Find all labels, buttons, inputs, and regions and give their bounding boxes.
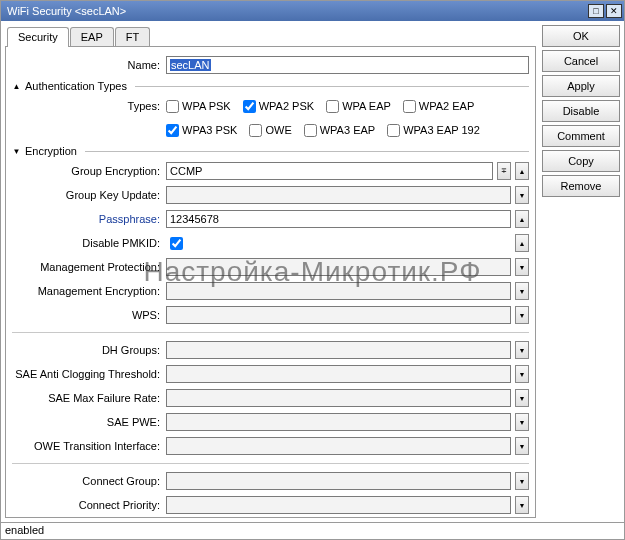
tab-ft[interactable]: FT [115, 27, 150, 46]
disable-button[interactable]: Disable [542, 100, 620, 122]
mgmt-encryption-input[interactable] [166, 282, 511, 300]
type-wpa2-eap[interactable]: WPA2 EAP [403, 96, 474, 116]
encryption-section: ▼ Encryption [12, 145, 529, 157]
tabs: Security EAP FT [5, 25, 536, 47]
connect-group-label: Connect Group: [12, 475, 162, 487]
collapse-icon[interactable]: ▼ [12, 147, 21, 156]
collapse-up-icon[interactable]: ▲ [515, 234, 529, 252]
cancel-button[interactable]: Cancel [542, 50, 620, 72]
status-bar: enabled [1, 522, 624, 539]
close-button[interactable]: ✕ [606, 4, 622, 18]
type-wpa3-psk[interactable]: WPA3 PSK [166, 120, 237, 140]
mgmt-protection-label: Management Protection: [12, 261, 162, 273]
titlebar: WiFi Security <secLAN> □ ✕ [1, 1, 624, 21]
expand-down-icon[interactable]: ▼ [515, 389, 529, 407]
window-title: WiFi Security <secLAN> [7, 5, 586, 17]
group-encryption-input[interactable] [166, 162, 493, 180]
wps-input[interactable] [166, 306, 511, 324]
wps-label: WPS: [12, 309, 162, 321]
sae-anti-input[interactable] [166, 365, 511, 383]
passphrase-input[interactable] [166, 210, 511, 228]
expand-down-icon[interactable]: ▼ [515, 186, 529, 204]
sae-pwe-label: SAE PWE: [12, 416, 162, 428]
name-input[interactable]: secLAN [166, 56, 529, 74]
group-key-update-label: Group Key Update: [12, 189, 162, 201]
group-encryption-label: Group Encryption: [12, 165, 162, 177]
sae-max-fail-label: SAE Max Failure Rate: [12, 392, 162, 404]
owe-transition-input[interactable] [166, 437, 511, 455]
types-label: Types: [12, 100, 162, 112]
collapse-up-icon[interactable]: ▲ [515, 162, 529, 180]
group-key-update-input[interactable] [166, 186, 511, 204]
type-wpa-psk[interactable]: WPA PSK [166, 96, 231, 116]
sae-anti-label: SAE Anti Clogging Threshold: [12, 368, 162, 380]
connect-priority-label: Connect Priority: [12, 499, 162, 511]
collapse-icon[interactable]: ▲ [12, 82, 21, 91]
passphrase-label: Passphrase: [12, 213, 162, 225]
copy-button[interactable]: Copy [542, 150, 620, 172]
expand-down-icon[interactable]: ▼ [515, 258, 529, 276]
type-wpa3-eap[interactable]: WPA3 EAP [304, 120, 375, 140]
type-wpa-eap[interactable]: WPA EAP [326, 96, 391, 116]
action-buttons: OK Cancel Apply Disable Comment Copy Rem… [542, 25, 620, 518]
owe-transition-label: OWE Transition Interface: [12, 440, 162, 452]
auth-types-section: ▲ Authentication Types [12, 80, 529, 92]
expand-down-icon[interactable]: ▼ [515, 413, 529, 431]
dh-groups-label: DH Groups: [12, 344, 162, 356]
expand-down-icon[interactable]: ▼ [515, 365, 529, 383]
type-wpa2-psk[interactable]: WPA2 PSK [243, 96, 314, 116]
collapse-up-icon[interactable]: ▲ [515, 210, 529, 228]
status-text: enabled [5, 524, 44, 536]
type-wpa3-eap192[interactable]: WPA3 EAP 192 [387, 120, 480, 140]
disable-pmkid-checkbox[interactable] [170, 237, 183, 250]
expand-down-icon[interactable]: ▼ [515, 496, 529, 514]
tab-security[interactable]: Security [7, 27, 69, 47]
sae-pwe-input[interactable] [166, 413, 511, 431]
dropdown-icon[interactable]: ∓ [497, 162, 511, 180]
connect-priority-input[interactable] [166, 496, 511, 514]
expand-down-icon[interactable]: ▼ [515, 341, 529, 359]
mgmt-protection-input[interactable] [166, 258, 511, 276]
apply-button[interactable]: Apply [542, 75, 620, 97]
unpin-button[interactable]: □ [588, 4, 604, 18]
connect-group-input[interactable] [166, 472, 511, 490]
remove-button[interactable]: Remove [542, 175, 620, 197]
ok-button[interactable]: OK [542, 25, 620, 47]
tab-eap[interactable]: EAP [70, 27, 114, 46]
expand-down-icon[interactable]: ▼ [515, 437, 529, 455]
expand-down-icon[interactable]: ▼ [515, 282, 529, 300]
expand-down-icon[interactable]: ▼ [515, 306, 529, 324]
type-owe[interactable]: OWE [249, 120, 291, 140]
expand-down-icon[interactable]: ▼ [515, 472, 529, 490]
name-label: Name: [12, 59, 162, 71]
mgmt-encryption-label: Management Encryption: [12, 285, 162, 297]
comment-button[interactable]: Comment [542, 125, 620, 147]
sae-max-fail-input[interactable] [166, 389, 511, 407]
dh-groups-input[interactable] [166, 341, 511, 359]
disable-pmkid-label: Disable PMKID: [12, 237, 162, 249]
